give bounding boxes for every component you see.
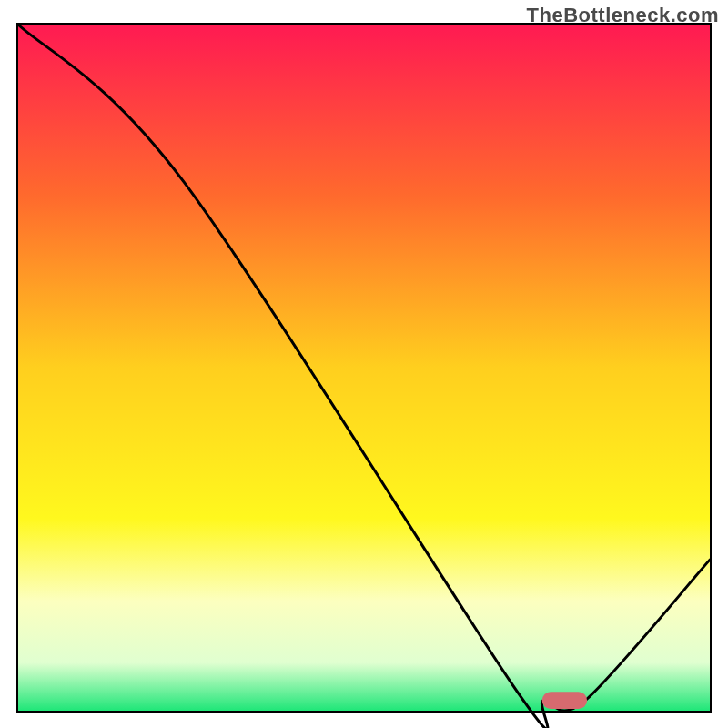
optimal-marker [542, 692, 587, 709]
watermark-label: TheBottleneck.com [527, 4, 719, 27]
gradient-background [18, 25, 710, 711]
bottleneck-chart: TheBottleneck.com [0, 0, 728, 728]
plot-svg [0, 0, 728, 728]
